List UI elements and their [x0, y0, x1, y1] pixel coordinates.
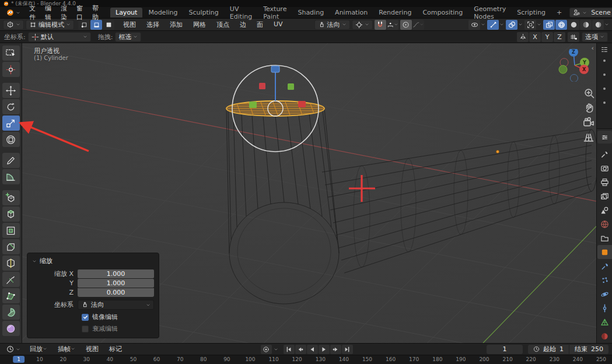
- nav-neg-z-ball[interactable]: [571, 75, 578, 82]
- play-reverse-button[interactable]: [307, 345, 318, 354]
- ruler-tick[interactable]: 100: [245, 356, 255, 362]
- panel-orientation-dropdown[interactable]: 法向: [78, 300, 154, 310]
- show-gizmo-toggle[interactable]: [487, 20, 499, 30]
- snap-settings-button[interactable]: [568, 32, 579, 42]
- viewport-menu-item[interactable]: 边: [235, 19, 251, 30]
- workspace-tab[interactable]: Shading: [292, 8, 329, 18]
- measure-tool[interactable]: [2, 169, 20, 184]
- hand-icon[interactable]: [583, 102, 595, 114]
- tab-collection[interactable]: [597, 231, 612, 245]
- viewport-menu-item[interactable]: UV: [269, 19, 288, 30]
- ruler-tick[interactable]: 20: [60, 356, 66, 362]
- tab-constraints[interactable]: [597, 301, 612, 315]
- falloff-edit-checkbox[interactable]: [82, 326, 89, 332]
- workspace-tab[interactable]: +: [551, 8, 567, 18]
- viewport-menu-item[interactable]: 添加: [165, 19, 187, 30]
- orientation-dropdown[interactable]: 法向: [314, 20, 350, 30]
- next-keyframe-button[interactable]: [330, 345, 341, 354]
- proportional-edit-toggle[interactable]: [400, 20, 412, 30]
- ruler-tick[interactable]: 110: [268, 356, 278, 362]
- workspace-tab[interactable]: Animation: [330, 8, 373, 18]
- timeline-menu-item[interactable]: 插帧: [53, 344, 80, 355]
- add-cube-tool[interactable]: [2, 190, 20, 205]
- ruler-tick[interactable]: 210: [502, 356, 512, 362]
- inset-faces-tool[interactable]: [2, 223, 20, 238]
- show-overlays-toggle[interactable]: [506, 20, 517, 30]
- scale-value-field[interactable]: 0.000: [78, 288, 154, 297]
- mirror-button[interactable]: [517, 32, 529, 42]
- ruler-tick[interactable]: 120: [292, 356, 302, 362]
- options-dropdown[interactable]: 选项: [582, 32, 608, 42]
- vertex-select-button[interactable]: [78, 20, 90, 30]
- scale-gizmo[interactable]: [232, 65, 319, 152]
- timeline-ruler[interactable]: 1102030405060708090100110120130140150160…: [0, 355, 612, 364]
- ruler-tick[interactable]: 220: [526, 356, 536, 362]
- camera-view-icon[interactable]: [583, 117, 594, 128]
- viewport-menu-item[interactable]: 选择: [142, 19, 164, 30]
- viewport-canvas[interactable]: 用户透视 (1) Cylinder ‹ Z Y X: [22, 43, 596, 343]
- ruler-tick[interactable]: 70: [177, 356, 183, 362]
- scale-value-field[interactable]: 1.000: [78, 270, 154, 278]
- tab-object[interactable]: [597, 245, 612, 259]
- nav-neg-y-ball[interactable]: [559, 65, 567, 74]
- ruler-tick[interactable]: 50: [130, 356, 137, 362]
- ruler-tick[interactable]: 250: [596, 356, 606, 362]
- zoom-icon[interactable]: [583, 88, 595, 99]
- ruler-tick[interactable]: 240: [573, 356, 583, 362]
- transform-orientation-dropdown[interactable]: 默认: [28, 32, 91, 42]
- edge-select-button[interactable]: [90, 20, 102, 30]
- move-tool[interactable]: [2, 83, 20, 98]
- extrude-region-tool[interactable]: [2, 206, 20, 222]
- tab-particles[interactable]: [597, 273, 612, 287]
- ruler-tick[interactable]: 30: [83, 356, 90, 362]
- gizmo-handle-green-small[interactable]: [288, 83, 294, 90]
- gizmo-y-handle[interactable]: [249, 102, 257, 108]
- ruler-tick[interactable]: 140: [339, 356, 349, 362]
- tab-modifiers[interactable]: [597, 259, 612, 273]
- tab-physics[interactable]: [597, 287, 612, 301]
- scale-value-field[interactable]: 1.000: [78, 279, 154, 288]
- ruler-tick[interactable]: 40: [107, 356, 113, 362]
- workspace-tab[interactable]: Rendering: [373, 8, 417, 18]
- tab-object-data[interactable]: [597, 315, 612, 329]
- falloff-dropdown[interactable]: [412, 20, 424, 30]
- outliner-row-dot[interactable]: [603, 102, 606, 104]
- ruler-tick[interactable]: 10: [36, 356, 43, 362]
- wireframe-shading-button[interactable]: [555, 20, 567, 30]
- face-select-button[interactable]: [103, 20, 114, 30]
- outliner-row-dot[interactable]: [603, 60, 606, 62]
- blender-menu-button[interactable]: [4, 8, 23, 18]
- ruler-tick[interactable]: 160: [386, 356, 396, 362]
- play-button[interactable]: [319, 345, 330, 354]
- grid-view-icon[interactable]: [583, 131, 594, 143]
- timeline-menu-item[interactable]: 回放: [25, 344, 52, 355]
- operator-panel-header[interactable]: 缩放: [32, 257, 154, 265]
- tab-scene[interactable]: [597, 203, 612, 217]
- sidebar-toggle-arrow[interactable]: ‹: [592, 44, 594, 52]
- tab-material[interactable]: [597, 329, 612, 343]
- transform-tool[interactable]: [2, 132, 20, 147]
- editor-type-button[interactable]: [3, 20, 24, 30]
- mirror-edit-checkbox[interactable]: [82, 314, 89, 321]
- workspace-tab[interactable]: Scripting: [512, 8, 551, 18]
- scene-selector[interactable]: Scene: [569, 8, 612, 18]
- workspace-tab[interactable]: Modeling: [143, 8, 183, 18]
- long-cylinder-mesh[interactable]: [322, 130, 596, 273]
- solid-shading-button[interactable]: [568, 20, 579, 30]
- ruler-tick[interactable]: 130: [316, 356, 326, 362]
- cylinder-mesh[interactable]: [226, 108, 339, 304]
- viewport-menu-item[interactable]: 顶点: [212, 19, 234, 30]
- rendered-shading-button[interactable]: [592, 20, 604, 30]
- mode-dropdown[interactable]: 编辑模式: [26, 20, 74, 30]
- ruler-tick[interactable]: 230: [550, 356, 559, 362]
- poly-build-tool[interactable]: [2, 288, 20, 303]
- viewport-menu-item[interactable]: 视图: [118, 19, 141, 30]
- snap-toggle[interactable]: [375, 20, 386, 30]
- smooth-tool[interactable]: [2, 321, 20, 336]
- drag-mode-dropdown[interactable]: 框选: [115, 32, 141, 42]
- cursor-tool[interactable]: [2, 62, 20, 77]
- bevel-tool[interactable]: [2, 239, 20, 254]
- outliner-row-dot[interactable]: [603, 74, 606, 76]
- select-box-tool[interactable]: [2, 46, 20, 61]
- ruler-tick[interactable]: 60: [153, 356, 160, 362]
